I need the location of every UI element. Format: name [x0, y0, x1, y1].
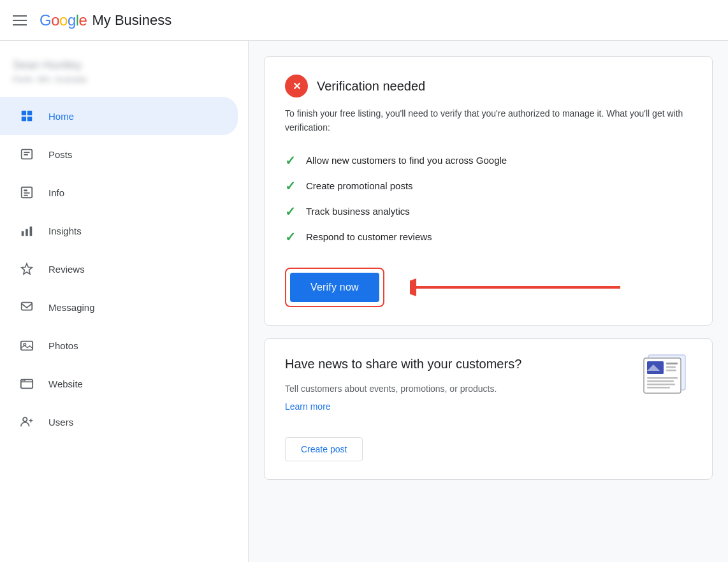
create-post-button[interactable]: Create post: [285, 437, 363, 461]
verification-title: Verification needed: [317, 79, 425, 94]
check-icon-3: ✓: [285, 204, 296, 219]
svg-rect-3: [27, 117, 32, 121]
benefit-item-1: ✓ Allow new customers to find you across…: [285, 148, 692, 173]
sidebar-item-messaging-label: Messaging: [48, 302, 95, 313]
check-icon-4: ✓: [285, 229, 296, 245]
news-card: Have news to share with your customers? …: [264, 338, 713, 480]
shield-error-icon: [285, 75, 308, 97]
verification-header: Verification needed: [285, 75, 692, 97]
verification-card: Verification needed To finish your free …: [264, 56, 713, 326]
menu-button[interactable]: [13, 15, 27, 25]
svg-rect-35: [666, 370, 676, 371]
svg-marker-14: [22, 264, 33, 275]
sidebar-item-info-label: Info: [48, 187, 64, 198]
svg-rect-1: [27, 111, 32, 115]
benefit-item-2: ✓ Create promotional posts: [285, 173, 692, 199]
photos-icon: [15, 334, 38, 357]
benefit-label-4: Respond to customer reviews: [306, 231, 432, 242]
sidebar-item-insights[interactable]: Insights: [0, 212, 238, 250]
home-icon: [15, 104, 38, 127]
svg-rect-15: [22, 303, 33, 310]
benefit-label-1: Allow new customers to find you across G…: [306, 155, 507, 166]
svg-rect-16: [21, 342, 33, 350]
benefit-item-4: ✓ Respond to customer reviews: [285, 224, 692, 250]
benefits-list: ✓ Allow new customers to find you across…: [285, 148, 692, 250]
arrow-annotation: [410, 268, 692, 306]
sidebar-item-photos-label: Photos: [48, 340, 78, 351]
business-info: Sean Huntley Perth, WA, Australia: [0, 48, 248, 97]
svg-rect-37: [647, 380, 674, 382]
svg-rect-36: [647, 377, 678, 379]
check-icon-1: ✓: [285, 153, 296, 168]
business-location: Perth, WA, Australia: [13, 75, 235, 84]
messaging-icon: [15, 296, 38, 319]
sidebar-item-info[interactable]: Info: [0, 173, 238, 212]
sidebar-item-home-label: Home: [48, 111, 74, 122]
svg-rect-2: [22, 117, 26, 121]
sidebar-item-users-label: Users: [48, 417, 73, 428]
svg-rect-8: [24, 189, 27, 191]
verify-now-button[interactable]: Verify now: [290, 273, 379, 302]
newspaper-illustration: [641, 352, 692, 396]
sidebar-item-posts[interactable]: Posts: [0, 135, 238, 173]
google-logo: Google My Business: [40, 11, 171, 29]
info-icon: [15, 181, 38, 204]
reviews-icon: [15, 257, 38, 280]
svg-point-21: [24, 380, 25, 382]
sidebar-item-posts-label: Posts: [48, 149, 73, 160]
sidebar-item-insights-label: Insights: [48, 226, 82, 236]
news-card-content: Have news to share with your customers? …: [285, 357, 692, 461]
svg-point-20: [22, 380, 24, 382]
svg-rect-0: [22, 111, 26, 115]
sidebar: Sean Huntley Perth, WA, Australia Home: [0, 41, 249, 562]
sidebar-item-home[interactable]: Home: [0, 97, 238, 135]
app-name: My Business: [92, 12, 171, 29]
sidebar-item-photos[interactable]: Photos: [0, 326, 238, 364]
benefit-label-3: Track business analytics: [306, 206, 410, 217]
svg-rect-38: [647, 384, 675, 385]
svg-rect-33: [666, 363, 678, 364]
sidebar-item-website-label: Website: [48, 378, 83, 389]
verify-button-highlight: Verify now: [285, 268, 384, 307]
users-icon: [15, 410, 38, 433]
svg-rect-10: [24, 195, 27, 196]
verification-description: To finish your free listing, you'll need…: [285, 106, 692, 135]
posts-icon: [15, 143, 38, 166]
svg-point-22: [23, 417, 27, 421]
website-icon: [15, 372, 38, 395]
main-content: Verification needed To finish your free …: [249, 41, 728, 562]
verify-area: Verify now: [285, 268, 692, 307]
sidebar-item-reviews[interactable]: Reviews: [0, 250, 238, 288]
learn-more-link[interactable]: Learn more: [285, 401, 331, 412]
sidebar-item-users[interactable]: Users: [0, 403, 238, 441]
svg-rect-12: [25, 229, 28, 236]
benefit-item-3: ✓ Track business analytics: [285, 199, 692, 224]
news-description: Tell customers about events, promotions,…: [285, 382, 628, 396]
sidebar-item-reviews-label: Reviews: [48, 264, 85, 275]
news-text-area: Have news to share with your customers? …: [285, 357, 628, 461]
check-icon-2: ✓: [285, 178, 296, 194]
sidebar-item-messaging[interactable]: Messaging: [0, 288, 238, 326]
insights-icon: [15, 219, 38, 242]
main-layout: Sean Huntley Perth, WA, Australia Home: [0, 41, 728, 562]
svg-rect-9: [24, 192, 29, 194]
sidebar-item-website[interactable]: Website: [0, 364, 238, 403]
svg-rect-13: [30, 227, 33, 236]
app-header: Google My Business: [0, 0, 728, 41]
news-title: Have news to share with your customers?: [285, 357, 628, 371]
svg-rect-34: [666, 366, 676, 368]
business-name: Sean Huntley: [13, 59, 235, 72]
benefit-label-2: Create promotional posts: [306, 180, 413, 191]
svg-rect-39: [647, 387, 670, 389]
svg-rect-11: [22, 231, 24, 236]
